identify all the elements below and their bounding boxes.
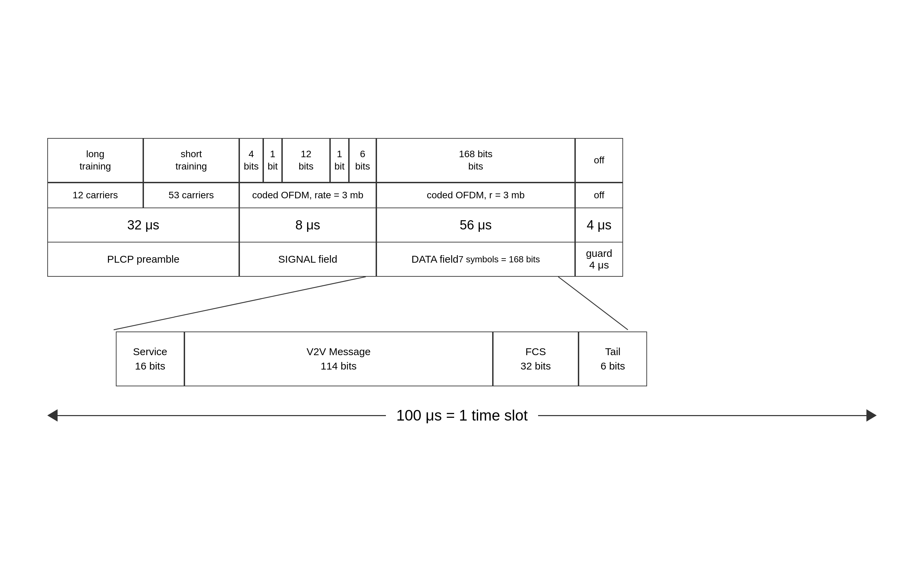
cell-coded-ofdm-data: coded OFDM, r = 3 mb <box>376 182 575 208</box>
timing-guard: 4 μs <box>575 208 623 242</box>
timing-row: 32 μs 8 μs 56 μs 4 μs <box>47 208 877 242</box>
cell-service: Service16 bits <box>116 332 184 386</box>
bottom-table: Service16 bits V2V Message114 bits FCS32… <box>116 332 647 386</box>
cell-v2v: V2V Message114 bits <box>184 332 493 386</box>
label-guard: guard4 μs <box>575 242 623 277</box>
arrow-row: 100 μs = 1 time slot <box>47 407 877 424</box>
cell-off-top: off <box>575 138 623 182</box>
timing-data: 56 μs <box>376 208 575 242</box>
cell-off-bottom: off <box>575 182 623 208</box>
arrow-label: 100 μs = 1 time slot <box>386 407 538 424</box>
arrow-line-right <box>538 415 866 416</box>
top-row1: longtraining shorttraining 4bits 1bit 12… <box>47 138 877 182</box>
label-data: DATA field7 symbols = 168 bits <box>376 242 575 277</box>
cell-tail: Tail6 bits <box>579 332 647 386</box>
bottom-row: Service16 bits V2V Message114 bits FCS32… <box>116 332 647 386</box>
connector-svg <box>47 277 877 332</box>
cell-12carriers: 12 carriers <box>47 182 143 208</box>
arrowhead-right-icon <box>866 409 877 422</box>
cell-53carriers: 53 carriers <box>143 182 239 208</box>
cell-4bits: 4bits <box>239 138 263 182</box>
cell-fcs: FCS32 bits <box>493 332 579 386</box>
diagram-container: longtraining shorttraining 4bits 1bit 12… <box>34 124 890 438</box>
cell-coded-ofdm-signal: coded OFDM, rate = 3 mb <box>239 182 376 208</box>
timing-preamble: 32 μs <box>47 208 239 242</box>
svg-line-1 <box>558 277 628 330</box>
top-table: longtraining shorttraining 4bits 1bit 12… <box>47 138 877 208</box>
label-signal: SIGNAL field <box>239 242 376 277</box>
cell-long-training: longtraining <box>47 138 143 182</box>
cell-12bits: 12bits <box>282 138 330 182</box>
timing-signal: 8 μs <box>239 208 376 242</box>
cell-168bits: 168 bitsbits <box>376 138 575 182</box>
cell-6bits: 6bits <box>349 138 376 182</box>
cell-1bit-b: 1bit <box>330 138 349 182</box>
svg-line-0 <box>114 277 366 330</box>
cell-1bit-a: 1bit <box>263 138 282 182</box>
connector-area <box>47 277 877 332</box>
labels-row: PLCP preamble SIGNAL field DATA field7 s… <box>47 242 877 277</box>
cell-short-training: shorttraining <box>143 138 239 182</box>
top-row2: 12 carriers 53 carriers coded OFDM, rate… <box>47 182 877 208</box>
label-preamble: PLCP preamble <box>47 242 239 277</box>
arrow-line-left <box>58 415 386 416</box>
arrowhead-left-icon <box>47 409 58 422</box>
